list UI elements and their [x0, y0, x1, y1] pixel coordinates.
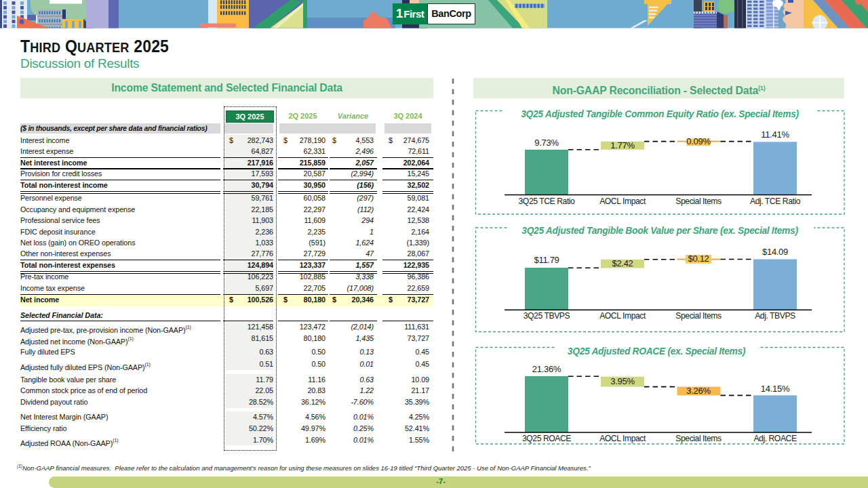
- svg-text:Adj. TCE Ratio: Adj. TCE Ratio: [750, 197, 801, 206]
- svg-text:14.15%: 14.15%: [761, 384, 790, 394]
- svg-text:Special Items: Special Items: [675, 434, 722, 443]
- svg-text:AOCL Impact: AOCL Impact: [599, 197, 646, 206]
- svg-text:$14.09: $14.09: [762, 247, 788, 257]
- svg-text:$11.79: $11.79: [534, 255, 559, 265]
- svg-text:AOCL Impact: AOCL Impact: [599, 434, 646, 443]
- svg-text:3Q25 TBVPS: 3Q25 TBVPS: [524, 311, 570, 321]
- svg-text:0.09%: 0.09%: [686, 136, 711, 146]
- svg-text:Adj. ROACE: Adj. ROACE: [753, 434, 797, 443]
- svg-text:9.73%: 9.73%: [534, 138, 559, 148]
- svg-text:Special Items: Special Items: [675, 311, 722, 321]
- svg-text:3.26%: 3.26%: [686, 386, 711, 396]
- svg-text:$0.12: $0.12: [688, 253, 709, 264]
- svg-text:Special Items: Special Items: [675, 197, 722, 206]
- svg-text:$2.42: $2.42: [612, 258, 633, 268]
- svg-text:3Q25 Adjusted Tangible Common: 3Q25 Adjusted Tangible Common Equity Rat…: [521, 109, 799, 119]
- svg-text:3Q25 ROACE: 3Q25 ROACE: [522, 434, 571, 443]
- svg-text:1.77%: 1.77%: [610, 140, 635, 150]
- svg-text:AOCL Impact: AOCL Impact: [599, 311, 646, 321]
- svg-text:3Q25 Adjusted ROACE (ex. Speci: 3Q25 Adjusted ROACE (ex. Special Items): [568, 346, 746, 357]
- svg-text:21.36%: 21.36%: [532, 364, 561, 374]
- svg-text:3Q25 Adjusted Tangible Book Va: 3Q25 Adjusted Tangible Book Value per Sh…: [521, 226, 798, 236]
- svg-text:3.95%: 3.95%: [610, 376, 635, 386]
- svg-text:3Q25 TCE Ratio: 3Q25 TCE Ratio: [519, 197, 576, 206]
- svg-text:Adj. TBVPS: Adj. TBVPS: [755, 311, 795, 321]
- svg-text:11.41%: 11.41%: [761, 129, 789, 140]
